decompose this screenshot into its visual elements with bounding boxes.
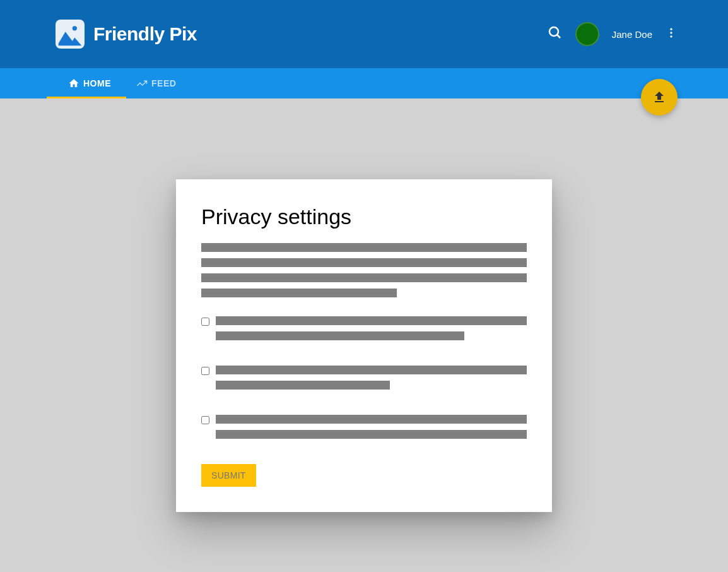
privacy-checkbox-3[interactable]	[201, 416, 209, 424]
app-name: Friendly Pix	[93, 23, 197, 45]
svg-point-6	[670, 35, 672, 37]
nav-bar: HOME FEED	[0, 68, 728, 98]
upload-fab[interactable]	[641, 79, 678, 116]
logo-section[interactable]: Friendly Pix	[56, 20, 197, 49]
tab-label: FEED	[151, 78, 176, 88]
svg-line-3	[557, 35, 560, 38]
checkbox-label	[216, 366, 527, 396]
upload-icon	[652, 90, 667, 105]
description-text	[201, 243, 527, 297]
svg-point-1	[73, 26, 77, 30]
tab-feed[interactable]: FEED	[124, 68, 189, 98]
username[interactable]: Jane Doe	[612, 29, 652, 40]
app-header: Friendly Pix Jane Doe	[0, 0, 728, 68]
privacy-checkbox-2[interactable]	[201, 367, 209, 375]
privacy-settings-card: Privacy settings	[176, 179, 552, 512]
search-icon[interactable]	[548, 25, 563, 43]
card-title: Privacy settings	[201, 205, 527, 229]
privacy-option-2	[201, 366, 527, 396]
main-content: Privacy settings	[0, 98, 728, 512]
tab-home[interactable]: HOME	[56, 68, 124, 98]
privacy-checkbox-1[interactable]	[201, 318, 209, 326]
more-vert-icon[interactable]	[665, 27, 678, 42]
svg-point-4	[670, 28, 672, 30]
svg-point-2	[549, 27, 558, 36]
privacy-option-1	[201, 316, 527, 347]
privacy-option-3	[201, 415, 527, 445]
app-logo-icon	[56, 20, 85, 49]
avatar[interactable]	[575, 22, 599, 46]
checkbox-label	[216, 316, 527, 347]
svg-point-5	[670, 32, 672, 33]
checkbox-label	[216, 415, 527, 445]
tab-label: HOME	[83, 78, 111, 88]
submit-button[interactable]: SUBMIT	[201, 464, 256, 487]
header-actions: Jane Doe	[548, 22, 678, 46]
